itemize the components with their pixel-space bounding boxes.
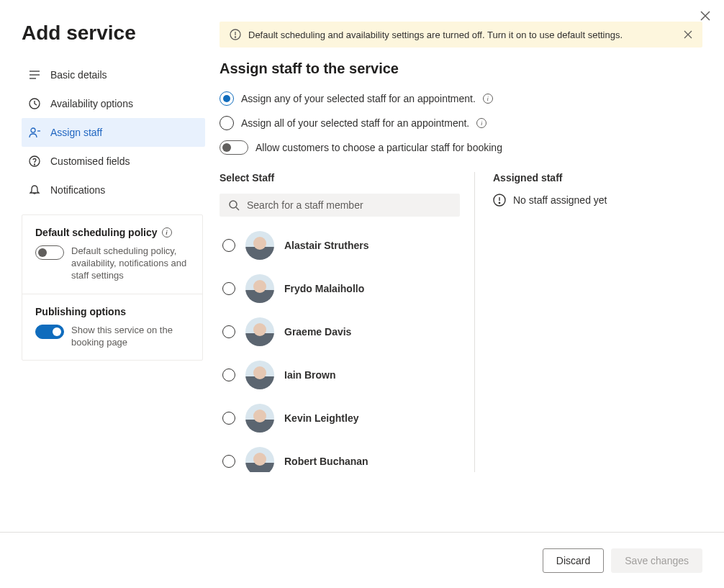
- avatar: [245, 317, 274, 346]
- scheduling-policy-title: Default scheduling policy i: [35, 227, 189, 238]
- staff-name: Alastair Struthers: [284, 240, 368, 251]
- assigned-staff-column: Assigned staff No staff assigned yet: [475, 172, 702, 472]
- close-icon: [684, 30, 692, 39]
- staff-list[interactable]: Alastair StruthersFrydo MalaiholloGraeme…: [220, 224, 460, 472]
- avatar: [245, 231, 274, 260]
- staff-search-input[interactable]: [247, 199, 451, 211]
- publishing-options-title: Publishing options: [35, 306, 189, 317]
- select-staff-title: Select Staff: [220, 172, 460, 184]
- nav-label: Basic details: [50, 69, 107, 81]
- radio-input: [220, 116, 234, 130]
- staff-checkbox[interactable]: [222, 368, 235, 381]
- staff-name: Frydo Malaihollo: [284, 283, 364, 294]
- person-icon: [29, 127, 40, 138]
- scheduling-policy-toggle[interactable]: [35, 245, 64, 260]
- assigned-empty-state: No staff assigned yet: [493, 194, 702, 207]
- sidebar: Add service Basic details Availability o…: [0, 0, 205, 531]
- info-icon[interactable]: i: [483, 94, 493, 104]
- nav-item-assign-staff[interactable]: Assign staff: [22, 118, 205, 147]
- info-icon[interactable]: i: [162, 227, 172, 238]
- discard-button[interactable]: Discard: [543, 548, 604, 573]
- staff-search[interactable]: [220, 194, 460, 217]
- svg-point-4: [31, 128, 35, 132]
- nav-item-basic-details[interactable]: Basic details: [22, 60, 205, 89]
- nav-label: Notifications: [50, 184, 105, 196]
- staff-checkbox[interactable]: [222, 455, 235, 468]
- warning-icon: [230, 29, 241, 40]
- svg-point-7: [35, 164, 35, 165]
- close-icon: [700, 11, 710, 21]
- customer-choose-toggle[interactable]: [220, 140, 248, 155]
- radio-input: [220, 91, 234, 106]
- staff-checkbox[interactable]: [222, 325, 235, 338]
- avatar: [245, 274, 274, 303]
- publishing-toggle[interactable]: [35, 325, 64, 339]
- list-icon: [29, 69, 40, 81]
- staff-item[interactable]: Frydo Malaihollo: [220, 267, 456, 310]
- assigned-empty-text: No staff assigned yet: [513, 194, 607, 206]
- staff-item[interactable]: Robert Buchanan: [220, 440, 456, 472]
- help-icon: [29, 155, 40, 167]
- main-panel: Default scheduling and availability sett…: [205, 0, 724, 531]
- select-staff-column: Select Staff Alastair StruthersFrydo Mal…: [220, 172, 475, 472]
- customer-choose-toggle-row: Allow customers to choose a particular s…: [220, 140, 702, 155]
- staff-name: Iain Brown: [284, 369, 336, 381]
- avatar: [245, 447, 274, 472]
- search-icon: [228, 199, 240, 211]
- bell-icon: [29, 184, 40, 196]
- nav-label: Assign staff: [50, 127, 102, 138]
- scheduling-policy-section: Default scheduling policy i Default sche…: [22, 215, 202, 294]
- svg-point-11: [230, 201, 237, 208]
- scheduling-policy-title-text: Default scheduling policy: [35, 227, 158, 238]
- assigned-staff-title: Assigned staff: [493, 172, 702, 184]
- staff-checkbox[interactable]: [222, 282, 235, 295]
- staff-name: Graeme Davis: [284, 326, 351, 338]
- radio-label: Assign all of your selected staff for an…: [241, 117, 469, 129]
- radio-assign-any[interactable]: Assign any of your selected staff for an…: [220, 91, 702, 106]
- section-heading: Assign staff to the service: [220, 60, 702, 77]
- avatar: [245, 404, 274, 433]
- page-title: Add service: [22, 22, 205, 45]
- staff-item[interactable]: Iain Brown: [220, 353, 456, 397]
- staff-name: Robert Buchanan: [284, 456, 368, 467]
- publishing-desc: Show this service on the booking page: [71, 325, 189, 349]
- sidebar-options: Default scheduling policy i Default sche…: [22, 214, 203, 361]
- clock-icon: [29, 98, 40, 109]
- svg-line-12: [236, 207, 239, 210]
- staff-item[interactable]: Kevin Leightley: [220, 397, 456, 440]
- nav-label: Availability options: [50, 98, 133, 109]
- staff-name: Kevin Leightley: [284, 412, 358, 424]
- side-nav: Basic details Availability options Assig…: [22, 60, 205, 204]
- alert-icon: [493, 194, 506, 207]
- staff-checkbox[interactable]: [222, 412, 235, 425]
- svg-point-15: [499, 202, 499, 203]
- footer: Discard Save changes: [0, 532, 724, 588]
- save-button[interactable]: Save changes: [611, 548, 702, 573]
- avatar: [245, 361, 274, 389]
- info-icon[interactable]: i: [476, 118, 487, 128]
- warning-banner: Default scheduling and availability sett…: [220, 22, 702, 48]
- radio-assign-all[interactable]: Assign all of your selected staff for an…: [220, 116, 702, 130]
- nav-item-custom-fields[interactable]: Customised fields: [22, 147, 205, 176]
- nav-item-availability[interactable]: Availability options: [22, 89, 205, 118]
- banner-text: Default scheduling and availability sett…: [248, 30, 677, 40]
- publishing-options-section: Publishing options Show this service on …: [22, 294, 202, 361]
- staff-checkbox[interactable]: [222, 239, 235, 252]
- close-modal-button[interactable]: [695, 6, 715, 26]
- nav-item-notifications[interactable]: Notifications: [22, 176, 205, 204]
- radio-label: Assign any of your selected staff for an…: [241, 93, 476, 104]
- staff-item[interactable]: Alastair Struthers: [220, 224, 456, 267]
- banner-close-button[interactable]: [684, 30, 692, 39]
- scheduling-policy-desc: Default scheduling policy, availability,…: [71, 245, 189, 282]
- nav-label: Customised fields: [50, 155, 130, 167]
- staff-item[interactable]: Graeme Davis: [220, 310, 456, 353]
- toggle-label: Allow customers to choose a particular s…: [255, 142, 502, 153]
- svg-point-10: [235, 37, 235, 37]
